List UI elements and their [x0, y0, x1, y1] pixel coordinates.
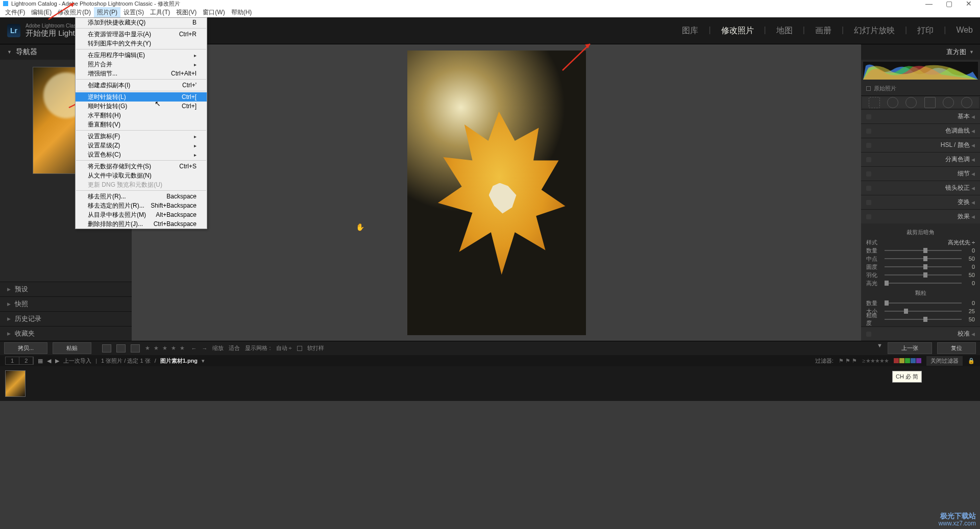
menu-item[interactable]: 从目录中移去照片(M)Alt+Backspace: [76, 210, 207, 219]
dropdown-icon[interactable]: ▾: [202, 358, 205, 364]
module-tab[interactable]: 打印: [917, 26, 934, 36]
menu-item[interactable]: 视图(V): [173, 7, 200, 18]
slider[interactable]: 粗糙度50: [866, 315, 975, 323]
spot-tool[interactable]: [887, 97, 898, 108]
slider[interactable]: 中点50: [866, 255, 975, 263]
minimize-button[interactable]: —: [925, 0, 933, 8]
right-panel-section[interactable]: 细节 ◀: [861, 166, 980, 181]
menu-item[interactable]: 照片合并: [76, 60, 207, 69]
crop-tool[interactable]: [869, 97, 880, 108]
auto-dropdown[interactable]: 自动 ÷: [276, 344, 292, 352]
right-panel-section[interactable]: 变换 ◀: [861, 195, 980, 209]
compare-view-icon[interactable]: [116, 344, 126, 352]
right-panel-section[interactable]: 分离色调 ◀: [861, 152, 980, 166]
menu-item[interactable]: 增强细节...Ctrl+Alt+I: [76, 69, 207, 78]
menu-item[interactable]: 设置旗标(F): [76, 132, 207, 141]
film-strip[interactable]: [0, 366, 980, 401]
module-tab[interactable]: 修改照片: [721, 26, 754, 36]
histogram-header[interactable]: 直方图 ▼: [861, 44, 980, 60]
next-nav-icon[interactable]: →: [202, 345, 207, 351]
slider[interactable]: 数量0: [866, 246, 975, 255]
paste-button[interactable]: 粘贴: [53, 342, 91, 354]
menu-item[interactable]: 文件(F): [2, 7, 28, 18]
menu-item[interactable]: 顺时针旋转(G)Ctrl+]: [76, 102, 207, 111]
watermark-url: www.xz7.com: [939, 520, 976, 527]
maximize-button[interactable]: ▢: [946, 0, 952, 8]
menu-item[interactable]: 设置(S): [120, 7, 147, 18]
softproof-checkbox[interactable]: [297, 346, 302, 351]
menu-item[interactable]: 垂直翻转(V): [76, 120, 207, 129]
original-photo-toggle[interactable]: 原始照片: [861, 82, 980, 96]
menu-item[interactable]: 设置色标(C): [76, 150, 207, 159]
menu-item[interactable]: 转到图库中的文件夹(Y): [76, 39, 207, 48]
menu-item[interactable]: 窗口(W): [200, 7, 228, 18]
menu-item[interactable]: 从文件中读取元数据(N): [76, 171, 207, 180]
toolbar-dropdown-icon[interactable]: ▼: [877, 342, 883, 354]
filmstrip-thumbnail[interactable]: [5, 370, 26, 397]
grad-tool[interactable]: [924, 97, 936, 108]
color-label-filter[interactable]: [894, 358, 921, 363]
prev-photo-button[interactable]: 上一张: [888, 342, 932, 354]
right-panel-section[interactable]: 基本 ◀: [861, 109, 980, 123]
menu-item[interactable]: 设置星级(Z): [76, 141, 207, 150]
display-2[interactable]: 2: [19, 357, 33, 364]
close-filter-button[interactable]: 关闭过滤器: [926, 356, 963, 366]
module-tab[interactable]: Web: [956, 26, 973, 36]
right-panel-section[interactable]: HSL / 颜色 ◀: [861, 138, 980, 152]
lock-icon[interactable]: 🔒: [968, 358, 975, 364]
rating-stars[interactable]: ★ ★ ★ ★ ★: [145, 345, 186, 351]
module-tab[interactable]: 图库: [682, 26, 698, 36]
loupe-view-icon[interactable]: [102, 344, 111, 352]
menu-item[interactable]: 帮助(H): [228, 7, 255, 18]
close-button[interactable]: ✕: [966, 0, 972, 8]
redeye-tool[interactable]: [905, 97, 917, 108]
slider[interactable]: 大小25: [866, 307, 975, 315]
menu-item[interactable]: 移去选定的照片(R)...Shift+Backspace: [76, 201, 207, 210]
histogram[interactable]: [863, 62, 978, 80]
flag-filter-icon[interactable]: ⚑ ⚑ ⚑: [839, 358, 857, 364]
menu-item[interactable]: 逆时针旋转(L)Ctrl+[: [76, 92, 207, 102]
right-panel-section[interactable]: 校准 ◀: [861, 326, 980, 341]
menu-item[interactable]: 工具(T): [147, 7, 173, 18]
menu-item[interactable]: 在资源管理器中显示(A)Ctrl+R: [76, 30, 207, 39]
menu-item[interactable]: 创建虚拟副本(I)Ctrl+': [76, 81, 207, 90]
display-1[interactable]: 1: [6, 357, 19, 364]
slider[interactable]: 羽化50: [866, 271, 975, 279]
back-icon[interactable]: ◀: [47, 358, 51, 364]
right-panel-section[interactable]: 效果 ◀: [861, 209, 980, 223]
menu-item[interactable]: 删除排除的照片(J)...Ctrl+Backspace: [76, 219, 207, 229]
fit-label[interactable]: 适合: [229, 344, 240, 352]
before-after-icon[interactable]: [131, 344, 140, 352]
prev-nav-icon[interactable]: ←: [191, 345, 197, 351]
menu-item[interactable]: 编辑(E): [28, 7, 55, 18]
menu-item[interactable]: 将元数据存储到文件(S)Ctrl+S: [76, 162, 207, 171]
left-panel-section[interactable]: ▶历史记录: [0, 311, 132, 326]
copy-button[interactable]: 拷贝...: [4, 342, 47, 354]
slider[interactable]: 高光0: [866, 279, 975, 287]
grid-icon[interactable]: ▦: [38, 358, 43, 364]
menu-item[interactable]: 水平翻转(H): [76, 111, 207, 120]
source-label[interactable]: 上一次导入: [63, 357, 91, 365]
left-panel-section[interactable]: ▶收藏夹: [0, 326, 132, 341]
star-filter[interactable]: ≥ ★★★★★: [862, 358, 889, 364]
reset-button[interactable]: 复位: [937, 342, 976, 354]
left-panel-section[interactable]: ▶快照: [0, 296, 132, 311]
brush-tool[interactable]: [961, 97, 972, 108]
module-tab[interactable]: 幻灯片放映: [854, 26, 895, 36]
left-panel-section[interactable]: ▶预设: [0, 282, 132, 296]
right-panel-section[interactable]: 色调曲线 ◀: [861, 123, 980, 138]
menu-item[interactable]: 在应用程序中编辑(E): [76, 51, 207, 60]
center-viewer[interactable]: [132, 44, 861, 341]
menu-item[interactable]: 移去照片(R)...Backspace: [76, 192, 207, 201]
menu-item[interactable]: 照片(P): [94, 7, 120, 18]
menu-item[interactable]: 添加到快捷收藏夹(Q)B: [76, 18, 207, 27]
radial-tool[interactable]: [943, 97, 954, 108]
menu-item[interactable]: 修改照片(D): [55, 7, 94, 18]
secondary-display-toggle[interactable]: 1 2: [5, 357, 34, 365]
right-panel-section[interactable]: 镜头校正 ◀: [861, 181, 980, 195]
module-tab[interactable]: 画册: [815, 26, 831, 36]
slider[interactable]: 数量0: [866, 299, 975, 307]
module-tab[interactable]: 地图: [776, 26, 793, 36]
slider[interactable]: 圆度0: [866, 263, 975, 271]
fwd-icon[interactable]: ▶: [55, 358, 59, 364]
